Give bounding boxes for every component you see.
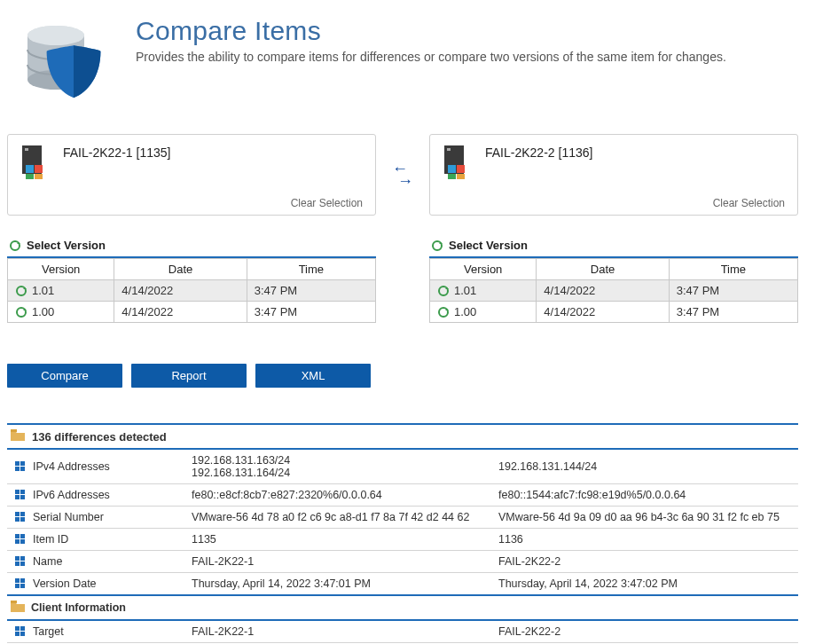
svg-rect-30	[20, 495, 25, 499]
svg-rect-35	[15, 534, 20, 538]
clear-selection-right[interactable]: Clear Selection	[713, 197, 785, 209]
svg-rect-39	[15, 556, 20, 561]
svg-rect-44	[20, 578, 25, 583]
svg-rect-34	[20, 517, 25, 522]
select-version-header: Select Version	[429, 235, 798, 258]
right-item-name: FAIL-2K22-2 [1136]	[485, 145, 592, 160]
svg-rect-22	[11, 429, 17, 432]
svg-rect-12	[448, 165, 456, 173]
svg-rect-14	[457, 174, 465, 179]
col-date[interactable]: Date	[537, 259, 669, 280]
refresh-icon	[9, 240, 21, 252]
diff-subsection-header: Client Information	[7, 595, 798, 620]
left-item-panel: FAIL-2K22-1 [1135] Clear Selection	[7, 134, 376, 216]
version-row[interactable]: 1.004/14/20223:47 PM	[430, 302, 798, 323]
svg-rect-47	[11, 601, 17, 603]
property-icon	[14, 533, 27, 546]
col-time[interactable]: Time	[669, 259, 797, 280]
svg-rect-9	[26, 174, 34, 179]
svg-point-3	[27, 26, 84, 45]
right-version-column: Select Version Version Date Time 1.014/1…	[429, 235, 798, 323]
compare-button[interactable]: Compare	[7, 364, 122, 388]
svg-rect-28	[20, 490, 25, 494]
svg-rect-37	[15, 539, 20, 544]
col-date[interactable]: Date	[114, 259, 247, 280]
diff-row: IPv4 Addresses192.168.131.163/24192.168.…	[7, 450, 798, 484]
version-row[interactable]: 1.004/14/20223:47 PM	[8, 302, 376, 323]
version-icon	[15, 285, 27, 297]
version-icon	[15, 306, 27, 318]
folder-icon	[11, 429, 25, 444]
version-icon	[437, 306, 450, 318]
svg-rect-13	[457, 165, 465, 173]
version-row[interactable]: 1.014/14/20223:47 PM	[430, 280, 798, 302]
svg-rect-40	[20, 556, 25, 561]
version-icon	[437, 285, 450, 297]
diff-row: IPv6 Addressesfe80::e8cf:8cb7:e827:2320%…	[7, 484, 798, 507]
right-version-table: Version Date Time 1.014/14/20223:47 PM1.…	[429, 258, 798, 323]
select-version-header: Select Version	[7, 235, 376, 258]
swap-arrows-icon[interactable]: ← →	[385, 162, 420, 187]
property-icon	[14, 625, 27, 638]
property-icon	[14, 460, 27, 473]
report-button[interactable]: Report	[131, 364, 247, 388]
page-title: Compare Items	[136, 16, 726, 46]
differences-table: IPv4 Addresses192.168.131.163/24192.168.…	[7, 450, 798, 643]
svg-rect-27	[15, 490, 20, 494]
svg-rect-26	[20, 467, 25, 471]
svg-rect-29	[15, 495, 20, 499]
right-item-panel: FAIL-2K22-2 [1136] Clear Selection	[429, 134, 798, 216]
folder-icon	[11, 601, 25, 615]
svg-rect-6	[26, 165, 34, 173]
page-subtitle: Provides the ability to compare items fo…	[136, 50, 726, 64]
left-item-name: FAIL-2K22-1 [1135]	[63, 145, 170, 160]
svg-rect-45	[15, 584, 20, 588]
col-version[interactable]: Version	[430, 259, 537, 280]
left-version-table: Version Date Time 1.014/14/20223:47 PM1.…	[7, 258, 376, 323]
property-icon	[14, 577, 27, 590]
diff-row: NameFAIL-2K22-1FAIL-2K22-2	[7, 551, 798, 573]
svg-rect-15	[448, 174, 456, 179]
svg-rect-31	[15, 512, 20, 516]
diff-row: Item ID11351136	[7, 529, 798, 551]
app-logo-icon	[16, 16, 118, 107]
col-time[interactable]: Time	[247, 259, 375, 280]
svg-rect-50	[15, 632, 20, 636]
left-version-column: Select Version Version Date Time 1.014/1…	[7, 235, 376, 323]
property-icon	[14, 489, 27, 501]
svg-rect-8	[35, 174, 43, 179]
diff-row: TargetFAIL-2K22-1FAIL-2K22-2	[7, 620, 798, 643]
refresh-icon	[431, 240, 443, 252]
svg-rect-24	[20, 461, 25, 466]
svg-rect-51	[20, 632, 25, 636]
clear-selection-left[interactable]: Clear Selection	[291, 197, 363, 209]
svg-rect-41	[15, 562, 20, 566]
svg-rect-25	[15, 467, 20, 471]
differences-header: 136 differences detected	[7, 423, 798, 450]
diff-row: Serial NumberVMware-56 4d 78 a0 f2 c6 9c…	[7, 507, 798, 529]
svg-rect-7	[35, 165, 43, 173]
property-icon	[14, 511, 27, 523]
xml-button[interactable]: XML	[255, 364, 371, 388]
col-version[interactable]: Version	[8, 259, 114, 280]
svg-rect-33	[15, 517, 20, 522]
svg-rect-36	[20, 534, 25, 538]
page-header: Compare Items Provides the ability to co…	[7, 9, 798, 134]
svg-rect-48	[15, 626, 20, 631]
property-icon	[14, 555, 27, 568]
action-buttons: Compare Report XML	[7, 364, 798, 388]
svg-rect-46	[20, 584, 25, 588]
diff-row: Version DateThursday, April 14, 2022 3:4…	[7, 573, 798, 596]
svg-rect-49	[20, 626, 25, 631]
svg-rect-42	[20, 562, 25, 566]
svg-rect-43	[15, 578, 20, 583]
svg-rect-11	[447, 148, 451, 151]
svg-rect-5	[25, 148, 28, 151]
svg-rect-32	[20, 512, 25, 516]
svg-rect-38	[20, 539, 25, 544]
svg-rect-23	[15, 461, 20, 466]
server-icon	[20, 145, 51, 179]
version-row[interactable]: 1.014/14/20223:47 PM	[8, 280, 376, 302]
server-icon	[443, 145, 473, 179]
